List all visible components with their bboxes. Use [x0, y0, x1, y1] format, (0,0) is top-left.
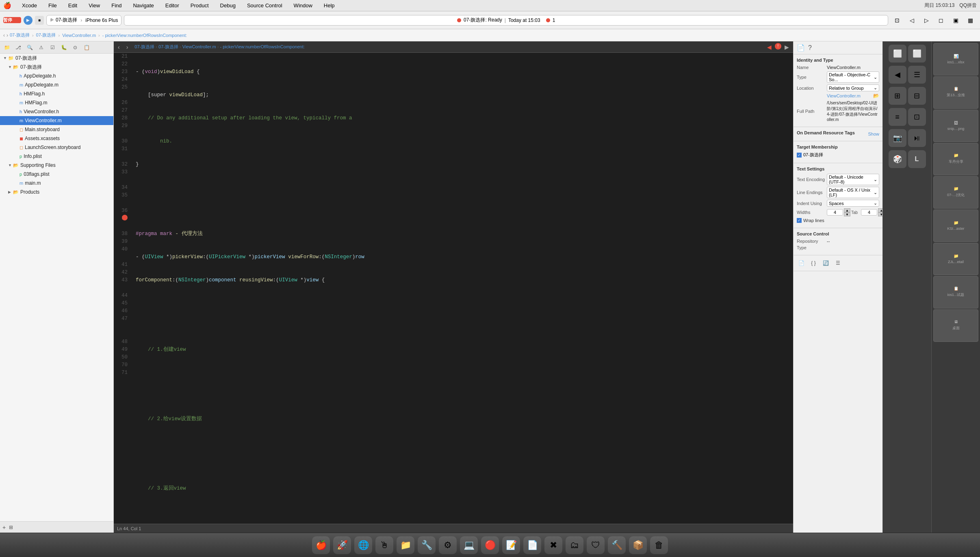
list-icon-btn-2[interactable]: ☰: [908, 66, 926, 84]
thumb-zjl[interactable]: 📁 ZJL...etail: [933, 243, 978, 275]
line-endings-dropdown[interactable]: Default - OS X / Unix (LF) ⌄: [827, 187, 879, 198]
nav-next-icon[interactable]: ›: [7, 32, 8, 38]
lines-icon-btn[interactable]: ≡: [889, 108, 906, 126]
sidebar-item-flags-plist[interactable]: p 03flags.plist: [0, 170, 113, 179]
dock-settings[interactable]: ⚙: [439, 536, 457, 554]
menu-debug[interactable]: Debug: [218, 2, 238, 9]
thumb-share[interactable]: 📁 车丹分享: [933, 143, 978, 175]
editor-bc-3[interactable]: ViewController.m: [182, 44, 216, 49]
menu-navigate[interactable]: Navigate: [130, 2, 156, 9]
thumb-report[interactable]: 📋 第13...业推: [933, 76, 978, 109]
sidebar-item-hmflag-m[interactable]: m HMFlag.m: [0, 98, 113, 107]
dock-files[interactable]: 📁: [397, 536, 414, 554]
inspector-toggle[interactable]: ▦: [964, 15, 977, 26]
sidebar-item-main-m[interactable]: m main.m: [0, 179, 113, 188]
code-content[interactable]: - (void)viewDidLoad { [super viewDidLoad…: [131, 53, 793, 524]
indent-using-dropdown[interactable]: Spaces ⌄: [827, 200, 879, 207]
square-icon-btn[interactable]: ⊡: [908, 108, 926, 126]
warning-icon[interactable]: ⚠: [37, 43, 46, 52]
menu-view[interactable]: View: [86, 2, 102, 9]
breakpoint-icon[interactable]: ⊙: [71, 43, 80, 52]
editor-bc-2[interactable]: 07-旗选择: [158, 44, 178, 49]
stop-button[interactable]: 暂停: [3, 17, 21, 23]
editor-back-btn[interactable]: ‹: [116, 43, 121, 51]
menu-xcode[interactable]: Xcode: [20, 2, 39, 9]
dock-word[interactable]: 📄: [523, 536, 541, 554]
indent-down-btn[interactable]: ▼: [878, 212, 882, 216]
vcs-icon[interactable]: ⎇: [14, 43, 23, 52]
sidebar-item-assets[interactable]: ◼ Assets.xcassets: [0, 134, 113, 143]
target-checkbox[interactable]: ✓: [797, 153, 802, 158]
dock-safari[interactable]: 🌐: [354, 536, 372, 554]
code-area[interactable]: 21 22 23 24 25 26 27 28 29 30 31 32 33: [114, 53, 793, 524]
sidebar-item-launchscreen[interactable]: ◻ LaunchScreen.storyboard: [0, 143, 113, 152]
indent-stepper[interactable]: ▲ ▼: [878, 208, 882, 216]
indent-up-btn[interactable]: ▲: [878, 208, 882, 212]
sidebar-item-main-group[interactable]: ▼ 📂 07-旗选择: [0, 63, 113, 71]
menu-find[interactable]: Find: [109, 2, 124, 9]
run-button[interactable]: ▶: [24, 16, 33, 25]
sidebar-item-hmflag-h[interactable]: h HMFlag.h: [0, 89, 113, 98]
back-icon-btn[interactable]: ◀: [889, 66, 906, 84]
menu-edit[interactable]: Edit: [66, 2, 80, 9]
menu-help[interactable]: Help: [321, 2, 337, 9]
nav-prev-icon[interactable]: ‹: [3, 32, 5, 38]
next-btn[interactable]: ▷: [920, 15, 933, 26]
add-file-button[interactable]: +: [2, 524, 6, 531]
cycle-icon-btn[interactable]: 🔄: [821, 259, 830, 268]
navigator-toggle[interactable]: ⊡: [891, 15, 904, 26]
sidebar-item-supporting[interactable]: ▼ 📂 Supporting Files: [0, 161, 113, 170]
dock-wps[interactable]: ✖: [544, 536, 562, 554]
thumb-07[interactable]: 📁 07-…(优化: [933, 176, 978, 209]
sidebar-item-infoplist[interactable]: p Info.plist: [0, 152, 113, 161]
sidebar-item-viewcontroller-m[interactable]: m ViewController.m: [0, 116, 113, 125]
apple-menu[interactable]: 🍎: [3, 2, 11, 9]
dock-manager[interactable]: 📦: [629, 536, 647, 554]
report-icon[interactable]: 📋: [82, 43, 91, 52]
dock-protect[interactable]: 🛡: [587, 536, 605, 554]
breadcrumb-2[interactable]: 07-旗选择: [36, 32, 56, 38]
show-button[interactable]: Show: [868, 132, 879, 136]
dock-tools[interactable]: 🔧: [418, 536, 436, 554]
sidebar-item-appdelegate-m[interactable]: m AppDelegate.m: [0, 80, 113, 89]
list-icon-btn[interactable]: ☰: [833, 259, 842, 268]
wrap-lines-checkbox[interactable]: ✓: [797, 218, 802, 223]
sidebar-item-main-storyboard[interactable]: ◻ Main.storyboard: [0, 125, 113, 134]
play-pause-icon-btn[interactable]: ⏯: [908, 129, 926, 147]
dock-browser[interactable]: 🗂: [566, 536, 583, 554]
location-dropdown[interactable]: Relative to Group ⌄: [827, 84, 879, 91]
dock-finder[interactable]: 🍎: [312, 536, 330, 554]
sidebar-item-products[interactable]: ▶ 📂 Products: [0, 188, 113, 196]
dock-app1[interactable]: 🔴: [481, 536, 499, 554]
dashed-rect-icon-btn[interactable]: ⬜: [908, 45, 926, 63]
tab-width-input[interactable]: 4: [827, 209, 843, 216]
menu-file[interactable]: File: [46, 2, 59, 9]
indent-width-input[interactable]: 4: [861, 209, 877, 216]
breadcrumb-4[interactable]: - pickerView:numberOfRowsInComponent:: [102, 33, 187, 38]
thumb-desktop[interactable]: 🖥 桌面: [933, 309, 978, 342]
dock-terminal[interactable]: 💻: [460, 536, 478, 554]
minus-icon-btn[interactable]: ⊟: [908, 87, 926, 105]
menu-product[interactable]: Product: [188, 2, 211, 9]
editor-view-btn[interactable]: ▣: [949, 15, 962, 26]
thumb-ksi[interactable]: 📁 KSI...aster: [933, 209, 978, 242]
encoding-dropdown[interactable]: Default - Unicode (UTF-8) ⌄: [827, 174, 879, 185]
tab-stepper[interactable]: ▲ ▼: [844, 208, 850, 216]
menu-source-control[interactable]: Source Control: [245, 2, 285, 9]
debug-icon[interactable]: 🐛: [59, 43, 68, 52]
thumb-png[interactable]: 🖼 snip....png: [933, 110, 978, 142]
dock-trash[interactable]: 🗑: [650, 536, 668, 554]
dock-launchpad[interactable]: 🚀: [333, 536, 351, 554]
scheme-selector[interactable]: 🏳 07-旗选择 › iPhone 6s Plus: [46, 15, 121, 26]
stop-icon-btn[interactable]: ⬜: [889, 45, 906, 63]
editor-forward-btn[interactable]: ›: [125, 43, 130, 51]
menu-editor[interactable]: Editor: [163, 2, 182, 9]
file-icon-btn[interactable]: 📄: [797, 259, 806, 268]
folder-icon[interactable]: 📁: [2, 43, 11, 52]
menu-window[interactable]: Window: [291, 2, 315, 9]
editor-bc-1[interactable]: 07-旗选择: [134, 44, 154, 49]
dock-xcode[interactable]: 🔨: [608, 536, 626, 554]
cube-icon-btn[interactable]: 🎲: [889, 150, 906, 168]
code-icon-btn[interactable]: { }: [809, 259, 818, 268]
quick-help-icon[interactable]: ?: [808, 44, 812, 52]
